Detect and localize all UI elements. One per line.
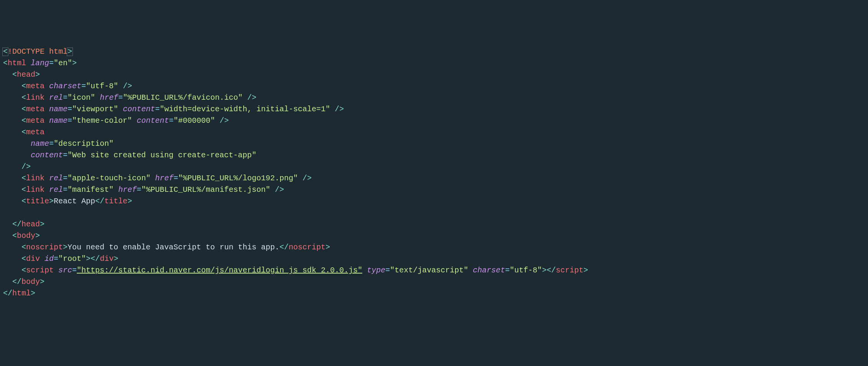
html-tag-name: link	[26, 185, 45, 194]
equals-sign: =	[169, 116, 173, 125]
code-line[interactable]: <meta name="viewport" content="width=dev…	[3, 104, 865, 115]
html-attribute-name: id	[45, 254, 54, 263]
angle-bracket: <	[12, 70, 17, 79]
angle-bracket: >	[114, 254, 118, 263]
text-content	[132, 116, 137, 125]
angle-bracket: </	[3, 289, 12, 298]
angle-bracket: </	[95, 197, 104, 206]
angle-bracket: ></	[542, 266, 556, 275]
string-literal: "%PUBLIC_URL%/favicon.ico"	[123, 93, 243, 102]
code-line[interactable]: <html lang="en">	[3, 58, 865, 69]
angle-bracket: />	[275, 185, 284, 194]
code-line[interactable]: <head>	[3, 69, 865, 81]
equals-sign: =	[63, 174, 68, 183]
text-content	[26, 59, 31, 68]
string-literal: "%PUBLIC_URL%/manifest.json"	[141, 185, 270, 194]
text-content	[114, 185, 118, 194]
equals-sign: =	[173, 174, 178, 183]
string-literal: "Web site created using create-react-app…	[68, 151, 256, 160]
text-content	[362, 266, 367, 275]
angle-bracket: >	[583, 266, 588, 275]
code-line[interactable]: <link rel="icon" href="%PUBLIC_URL%/favi…	[3, 92, 865, 104]
code-line[interactable]: name="description"	[3, 138, 865, 150]
code-line[interactable]: <script src="https://static.nid.naver.co…	[3, 265, 865, 276]
string-literal: "width=device-width, initial-scale=1"	[160, 105, 330, 114]
html-tag-name: body	[21, 277, 40, 286]
code-line[interactable]: </body>	[3, 276, 865, 288]
code-line[interactable]: <meta charset="utf-8" />	[3, 81, 865, 92]
code-line[interactable]: <meta name="theme-color" content="#00000…	[3, 115, 865, 127]
equals-sign: =	[68, 116, 72, 125]
string-literal: "viewport"	[72, 105, 118, 114]
html-attribute-name: type	[367, 266, 385, 275]
angle-bracket: >	[72, 59, 77, 68]
equals-sign: =	[63, 93, 68, 102]
cursor-highlight: >	[67, 48, 73, 56]
doctype-declaration: !DOCTYPE html	[8, 47, 68, 56]
code-line[interactable]: <meta	[3, 127, 865, 138]
html-attribute-name: content	[31, 151, 63, 160]
text-content	[118, 82, 123, 91]
text-content	[40, 254, 45, 263]
text-content	[45, 116, 49, 125]
code-line[interactable]: </html>	[3, 288, 865, 299]
equals-sign: =	[385, 266, 390, 275]
html-tag-name: body	[17, 231, 35, 240]
code-line[interactable]: <noscript>You need to enable JavaScript …	[3, 242, 865, 253]
code-line[interactable]: <body>	[3, 230, 865, 242]
code-line[interactable]: />	[3, 161, 865, 173]
html-attribute-name: src	[58, 266, 72, 275]
equals-sign: =	[72, 266, 77, 275]
angle-bracket: <	[12, 231, 17, 240]
text-content	[243, 93, 247, 102]
angle-bracket: >	[40, 277, 45, 286]
code-line[interactable]: <!DOCTYPE html>	[3, 46, 865, 58]
html-tag-name: head	[21, 220, 40, 229]
code-line[interactable]: </head>	[3, 219, 865, 230]
equals-sign: =	[118, 93, 123, 102]
string-literal: "utf-8"	[86, 82, 118, 91]
html-attribute-name: lang	[31, 59, 49, 68]
code-line[interactable]: <link rel="apple-touch-icon" href="%PUBL…	[3, 173, 865, 184]
string-literal: "#000000"	[173, 116, 215, 125]
angle-bracket: <	[21, 93, 26, 102]
string-literal: "manifest"	[68, 185, 114, 194]
text-content	[45, 185, 49, 194]
code-line[interactable]: <link rel="manifest" href="%PUBLIC_URL%/…	[3, 184, 865, 196]
angle-bracket: <	[21, 174, 26, 183]
equals-sign: =	[63, 185, 68, 194]
equals-sign: =	[505, 266, 510, 275]
code-line[interactable]: <div id="root"></div>	[3, 253, 865, 265]
angle-bracket: <	[21, 116, 26, 125]
text-content: React App	[54, 197, 95, 206]
code-line[interactable]: content="Web site created using create-r…	[3, 150, 865, 161]
text-content	[150, 174, 155, 183]
text-content	[118, 105, 123, 114]
string-literal: "utf-8"	[510, 266, 542, 275]
string-literal: "icon"	[68, 93, 95, 102]
text-content	[45, 105, 49, 114]
code-editor[interactable]: <!DOCTYPE html><html lang="en"> <head> <…	[0, 46, 868, 299]
angle-bracket: </	[12, 277, 21, 286]
angle-bracket: <	[21, 197, 26, 206]
html-tag-name: title	[26, 197, 49, 206]
html-attribute-name: charset	[49, 82, 81, 91]
angle-bracket: <	[21, 254, 26, 263]
code-line[interactable]: <title>React App</title>	[3, 196, 865, 207]
angle-bracket: />	[335, 105, 344, 114]
equals-sign: =	[49, 59, 54, 68]
angle-bracket: <	[21, 243, 26, 252]
text-content	[95, 93, 100, 102]
angle-bracket: >	[40, 220, 45, 229]
html-attribute-name: href	[100, 93, 118, 102]
equals-sign: =	[81, 82, 86, 91]
text-content	[270, 185, 275, 194]
equals-sign: =	[155, 105, 160, 114]
text-content	[45, 82, 49, 91]
string-literal: "%PUBLIC_URL%/logo192.png"	[178, 174, 298, 183]
string-literal: "description"	[54, 139, 114, 148]
code-line[interactable]	[3, 207, 865, 219]
angle-bracket: >	[49, 197, 54, 206]
text-content	[468, 266, 473, 275]
html-tag-name: meta	[26, 128, 45, 137]
